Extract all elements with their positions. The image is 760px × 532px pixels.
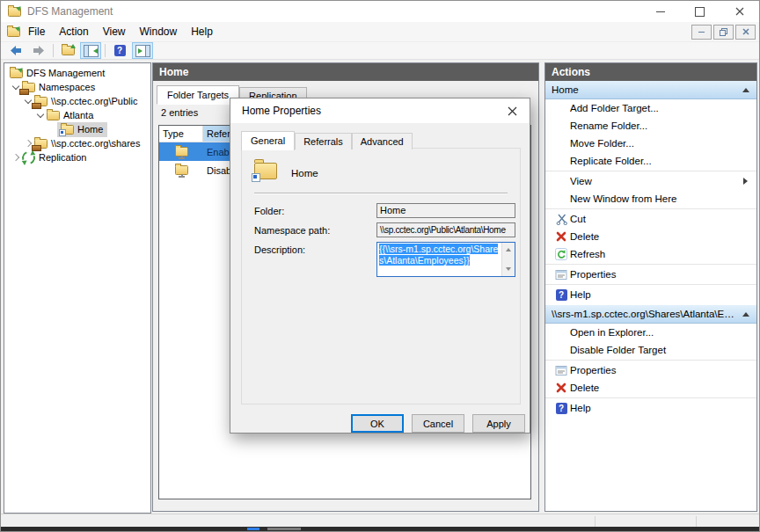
minimize-icon <box>656 11 665 12</box>
taskbar-icon <box>267 528 301 530</box>
dialog-folder-name: Home <box>291 168 318 179</box>
help-toolbar-button[interactable]: ? <box>109 42 130 59</box>
actions-section-target[interactable]: \\srs-m1.sp.cctec.org\Shares\Atlanta\Emp… <box>545 305 756 324</box>
action-label: Replicate Folder... <box>570 156 756 166</box>
child-close-button[interactable] <box>735 25 756 40</box>
maximize-button[interactable] <box>680 1 720 22</box>
show-console-tree-button[interactable] <box>80 42 101 59</box>
apply-button[interactable]: Apply <box>472 414 525 433</box>
replication-icon <box>20 151 36 164</box>
chevron-expanded-icon[interactable] <box>36 113 45 117</box>
tab-advanced[interactable]: Advanced <box>352 133 413 149</box>
tree-item-home[interactable]: Home <box>4 122 150 136</box>
action-target-properties[interactable]: Properties <box>545 361 756 379</box>
cancel-button[interactable]: Cancel <box>412 414 464 433</box>
forward-button[interactable] <box>28 42 49 59</box>
folder-field: Home <box>376 203 515 218</box>
tree-item-namespace-public[interactable]: \\sp.cctec.org\Public <box>4 94 150 108</box>
tree-item-label: \\sp.cctec.org\Public <box>48 96 140 106</box>
back-button[interactable] <box>5 42 26 59</box>
action-move-folder[interactable]: Move Folder... <box>545 135 756 152</box>
dfs-management-window: DFS Management File Action View Window H… <box>0 0 760 532</box>
menu-action[interactable]: Action <box>52 22 95 41</box>
action-cut[interactable]: Cut <box>545 210 756 228</box>
tree-item-label: Replication <box>36 152 89 163</box>
action-rename-folder[interactable]: Rename Folder... <box>545 117 756 135</box>
action-disable-folder-target[interactable]: Disable Folder Target <box>545 341 756 359</box>
folder-target-icon <box>173 164 189 177</box>
close-button[interactable] <box>720 1 759 22</box>
tree-item-label: DFS Management <box>24 68 107 78</box>
tree-item-namespace-shares[interactable]: \\sp.cctec.org\shares <box>4 136 150 150</box>
scroll-up-icon[interactable] <box>506 245 511 251</box>
general-tab-page: Home Folder: Home Namespace path: \\sp.c… <box>241 148 521 404</box>
action-label: Add Folder Target... <box>570 103 756 113</box>
action-target-delete[interactable]: Delete <box>545 379 756 397</box>
show-action-pane-button[interactable] <box>132 42 153 59</box>
title-bar: DFS Management <box>1 1 759 22</box>
action-replicate-folder[interactable]: Replicate Folder... <box>545 152 756 170</box>
actions-pane-header: Actions <box>545 63 756 81</box>
collapse-icon[interactable] <box>742 309 749 317</box>
menu-help[interactable]: Help <box>184 22 220 41</box>
actions-section-home[interactable]: Home <box>545 81 756 99</box>
action-add-folder-target[interactable]: Add Folder Target... <box>545 99 756 117</box>
divider <box>254 193 508 194</box>
action-delete[interactable]: Delete <box>545 228 756 245</box>
child-restore-button[interactable] <box>713 25 734 40</box>
actions-pane-title: Actions <box>552 66 590 78</box>
actions-section-title: Home <box>552 84 742 95</box>
scroll-down-icon[interactable] <box>506 267 511 273</box>
ok-button[interactable]: OK <box>351 414 404 433</box>
tree-item-dfs-management[interactable]: DFS Management <box>4 66 150 80</box>
toolbar-separator <box>53 44 54 57</box>
child-minimize-button[interactable] <box>691 25 712 40</box>
folder-field-value: Home <box>380 205 406 215</box>
minimize-button[interactable] <box>640 1 680 22</box>
actions-pane: Actions Home Add Folder Target... Rename… <box>544 62 757 512</box>
tab-folder-targets[interactable]: Folder Targets <box>157 85 239 105</box>
console-tree-pane: DFS Management Namespaces \\sp.cctec.org… <box>4 62 151 514</box>
results-pane-header: Home <box>153 63 538 81</box>
menu-window[interactable]: Window <box>133 22 185 41</box>
maximize-icon <box>695 7 705 17</box>
action-properties[interactable]: Properties <box>545 266 756 283</box>
action-new-window[interactable]: New Window from Here <box>545 190 756 208</box>
description-value: {{\\srs-m1.sp.cctec.org\Shares\Atlanta\E… <box>379 244 498 266</box>
action-view[interactable]: View <box>545 172 756 190</box>
description-field[interactable]: {{\\srs-m1.sp.cctec.org\Shares\Atlanta\E… <box>376 242 515 277</box>
delete-icon <box>556 231 566 242</box>
action-refresh[interactable]: Refresh <box>545 245 756 263</box>
description-scrollbar[interactable] <box>501 243 515 276</box>
action-label: Help <box>570 403 756 413</box>
menu-bar: File Action View Window Help <box>1 22 759 42</box>
description-label: Description: <box>254 244 305 255</box>
tree-item-replication[interactable]: Replication <box>4 150 150 164</box>
action-label: New Window from Here <box>570 193 756 204</box>
menu-view[interactable]: View <box>96 22 133 41</box>
console-icon <box>5 26 21 39</box>
namespaces-icon <box>20 81 36 94</box>
tree-item-label: Namespaces <box>36 82 98 92</box>
actions-separator <box>545 208 756 209</box>
action-target-help[interactable]: ? Help <box>545 399 756 417</box>
action-open-in-explorer[interactable]: Open in Explorer... <box>545 324 756 341</box>
action-label: Delete <box>570 383 756 393</box>
action-label: Properties <box>570 269 756 280</box>
child-restore-icon <box>720 28 727 36</box>
tree-item-atlanta[interactable]: Atlanta <box>4 108 150 122</box>
tree-item-namespaces[interactable]: Namespaces <box>4 80 150 94</box>
menu-file[interactable]: File <box>21 22 52 41</box>
action-label: Move Folder... <box>570 138 756 149</box>
action-help[interactable]: ? Help <box>545 286 756 303</box>
action-label: View <box>570 176 743 186</box>
dialog-close-button[interactable] <box>494 98 530 123</box>
folder-icon <box>45 109 61 122</box>
column-header-type[interactable]: Type <box>159 126 203 142</box>
submenu-arrow-icon <box>743 178 751 185</box>
tab-referrals[interactable]: Referrals <box>295 133 352 149</box>
collapse-icon[interactable] <box>742 84 749 92</box>
up-one-level-button[interactable] <box>57 42 78 59</box>
actions-separator <box>545 284 756 285</box>
tab-general[interactable]: General <box>241 131 295 150</box>
